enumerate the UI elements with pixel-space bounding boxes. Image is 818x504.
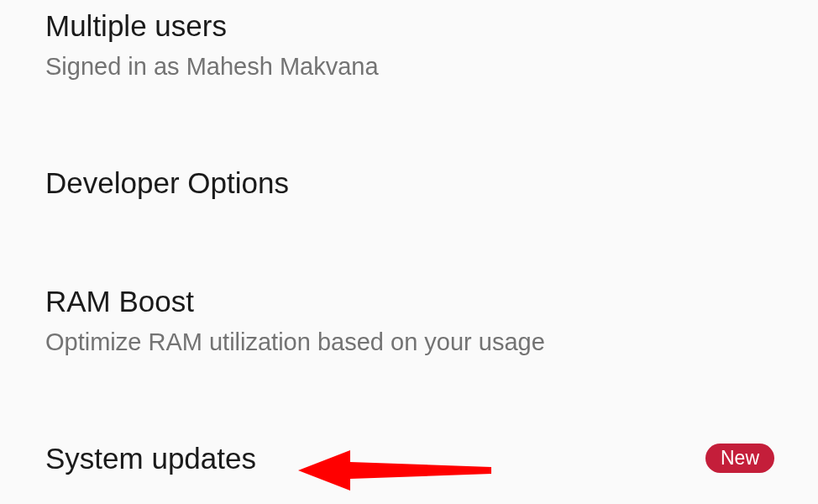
- settings-item-developer-options[interactable]: Developer Options: [45, 157, 773, 209]
- item-title: RAM Boost: [45, 282, 773, 321]
- settings-item-multiple-users[interactable]: Multiple users Signed in as Mahesh Makva…: [45, 0, 773, 90]
- settings-item-system-updates[interactable]: System updates New: [45, 433, 773, 485]
- settings-list: Multiple users Signed in as Mahesh Makva…: [0, 0, 818, 484]
- item-title: System updates: [45, 439, 256, 478]
- item-subtitle: Optimize RAM utilization based on your u…: [45, 326, 773, 359]
- settings-item-ram-boost[interactable]: RAM Boost Optimize RAM utilization based…: [45, 276, 773, 365]
- item-subtitle: Signed in as Mahesh Makvana: [45, 50, 773, 83]
- item-title: Developer Options: [45, 164, 773, 202]
- item-row: System updates New: [45, 439, 774, 478]
- item-title: Multiple users: [45, 7, 773, 45]
- new-badge: New: [705, 444, 774, 473]
